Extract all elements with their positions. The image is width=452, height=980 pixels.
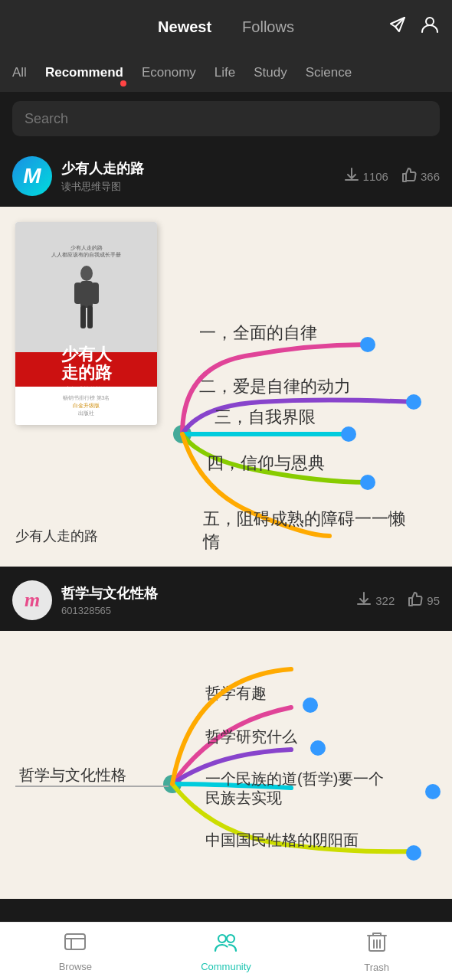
mindmap-1: 少有人走的路人人都应该有的自我成长手册 少有人走的路 — [0, 207, 452, 567]
svg-text:惰: 惰 — [202, 532, 220, 551]
svg-text:一个民族的道(哲学)要一个: 一个民族的道(哲学)要一个 — [205, 770, 384, 787]
svg-text:民族去实现: 民族去实现 — [205, 789, 282, 806]
card-1-info: 少有人走的路 读书思维导图 — [61, 159, 334, 194]
mindmap-2-svg: 哲学与文化性格 哲学有趣 哲学研究什么 一个民族的道(哲学)要一个 民族去实现 … — [0, 631, 452, 899]
card-1-avatar: M — [12, 156, 52, 196]
tab-follows[interactable]: Follows — [242, 18, 294, 36]
category-science[interactable]: Science — [306, 62, 352, 83]
tab-newest[interactable]: Newest — [158, 18, 211, 36]
download-icon — [343, 166, 360, 187]
card-2: m 哲学与文化性格 601328565 322 — [0, 570, 452, 899]
card-2-avatar: m — [12, 580, 52, 620]
community-icon — [214, 931, 238, 958]
mindmap-2: 哲学与文化性格 哲学有趣 哲学研究什么 一个民族的道(哲学)要一个 民族去实现 … — [0, 631, 452, 899]
card-1-title: 少有人走的路 — [61, 159, 334, 178]
like-icon — [401, 166, 418, 187]
nav-community-label: Community — [201, 961, 251, 972]
card-1-download-count: 1106 — [363, 170, 388, 183]
card-1-downloads: 1106 — [343, 166, 388, 187]
svg-text:三，自我界限: 三，自我界限 — [215, 407, 316, 426]
svg-text:中国国民性格的阴阳面: 中国国民性格的阴阳面 — [205, 831, 359, 848]
category-recommend[interactable]: Recommend — [45, 62, 123, 83]
trash-icon — [367, 930, 387, 959]
svg-point-21 — [303, 697, 318, 713]
svg-text:哲学与文化性格: 哲学与文化性格 — [19, 766, 126, 783]
card-1: M 少有人走的路 读书思维导图 1106 — [0, 145, 452, 567]
svg-text:哲学研究什么: 哲学研究什么 — [205, 728, 297, 745]
card-2-download-count: 322 — [375, 594, 395, 607]
category-life[interactable]: Life — [215, 62, 235, 83]
mindmap-1-svg: 一，全面的自律 二，爱是自律的动力 三，自我界限 四，信仰与恩典 五，阻碍成熟的… — [0, 207, 452, 567]
card-1-header: M 少有人走的路 读书思维导图 1106 — [0, 145, 452, 207]
svg-text:五，阻碍成熟的障碍一一懒: 五，阻碍成熟的障碍一一懒 — [203, 509, 405, 528]
card-2-likes: 95 — [407, 590, 440, 611]
card-2-downloads: 322 — [355, 590, 395, 611]
svg-point-23 — [425, 784, 441, 799]
bottom-nav: Browse Community Trash — [0, 922, 452, 980]
header-tabs: Newest Follows — [158, 18, 294, 36]
svg-point-12 — [341, 426, 356, 442]
category-all[interactable]: All — [12, 62, 27, 83]
svg-point-36 — [227, 935, 234, 942]
card-2-title: 哲学与文化性格 — [61, 584, 346, 603]
download-icon-2 — [355, 590, 372, 611]
svg-point-13 — [360, 475, 375, 490]
nav-trash-label: Trash — [364, 962, 389, 973]
category-study[interactable]: Study — [254, 62, 287, 83]
svg-point-24 — [406, 845, 421, 861]
svg-point-11 — [406, 394, 421, 410]
svg-point-2 — [426, 18, 434, 25]
nav-browse-label: Browse — [59, 961, 92, 972]
search-bar — [0, 92, 452, 145]
nav-trash[interactable]: Trash — [301, 930, 452, 973]
header-icons — [388, 15, 440, 39]
svg-text:四，信仰与恩典: 四，信仰与恩典 — [207, 453, 325, 472]
card-2-subtitle: 601328565 — [61, 605, 346, 616]
browse-icon — [64, 931, 87, 958]
card-2-header: m 哲学与文化性格 601328565 322 — [0, 570, 452, 631]
search-input[interactable] — [12, 101, 440, 136]
card-1-stats: 1106 366 — [343, 166, 440, 187]
content-area: M 少有人走的路 读书思维导图 1106 — [0, 145, 452, 957]
svg-text:二，爱是自律的动力: 二，爱是自律的动力 — [199, 377, 351, 396]
card-1-like-count: 366 — [421, 170, 440, 183]
nav-browse[interactable]: Browse — [0, 931, 151, 972]
card-2-like-count: 95 — [427, 594, 440, 607]
nav-community[interactable]: Community — [151, 931, 302, 972]
header: Newest Follows — [0, 0, 452, 54]
card-1-likes: 366 — [401, 166, 440, 187]
profile-icon[interactable] — [420, 15, 440, 39]
category-bar: All Recommend Economy Life Study Science — [0, 54, 452, 92]
like-icon-2 — [407, 590, 424, 611]
send-icon[interactable] — [388, 15, 408, 39]
svg-point-22 — [310, 740, 326, 756]
svg-point-10 — [360, 337, 375, 352]
category-economy[interactable]: Economy — [142, 62, 196, 83]
card-2-stats: 322 95 — [355, 590, 440, 611]
svg-rect-32 — [65, 934, 85, 949]
card-1-subtitle: 读书思维导图 — [61, 180, 334, 194]
card-2-info: 哲学与文化性格 601328565 — [61, 584, 346, 616]
svg-point-35 — [218, 935, 226, 942]
svg-text:一，全面的自律: 一，全面的自律 — [199, 323, 317, 342]
